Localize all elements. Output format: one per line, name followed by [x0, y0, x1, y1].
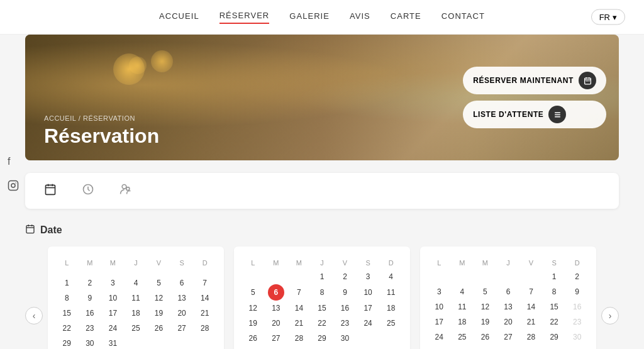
day-cell[interactable]: 28 — [287, 331, 311, 346]
nav-avis[interactable]: AVIS — [350, 11, 370, 23]
day-cell[interactable]: 2 — [565, 269, 589, 284]
day-cell[interactable]: 10 — [428, 299, 451, 314]
day-cell[interactable]: 1 — [55, 275, 79, 291]
day-cell[interactable]: 26 — [242, 331, 265, 346]
day-cell[interactable]: 18 — [451, 314, 474, 330]
day-cell[interactable]: 7 — [287, 284, 311, 301]
day-cell[interactable]: 16 — [79, 306, 102, 321]
day-cell[interactable]: 8 — [311, 284, 334, 301]
day-cell[interactable]: 7 — [519, 284, 543, 299]
day-cell[interactable]: 29 — [543, 330, 566, 345]
day-cell[interactable]: 1 — [543, 269, 566, 284]
day-cell[interactable]: 24 — [357, 316, 380, 331]
day-cell[interactable]: 4 — [451, 284, 474, 299]
today-cell[interactable]: 6 — [265, 284, 288, 301]
day-cell[interactable]: 25 — [125, 321, 148, 336]
day-cell[interactable]: 14 — [519, 299, 543, 314]
day-cell[interactable]: 22 — [543, 314, 566, 330]
day-cell[interactable]: 22 — [311, 316, 334, 331]
day-cell[interactable]: 25 — [379, 316, 402, 331]
day-cell[interactable]: 27 — [497, 330, 520, 345]
day-cell[interactable]: 8 — [543, 284, 566, 299]
day-cell[interactable]: 2 — [333, 269, 357, 284]
nav-accueil[interactable]: ACCUEIL — [159, 11, 199, 23]
step-time[interactable] — [82, 183, 94, 199]
day-cell[interactable]: 13 — [497, 299, 520, 314]
step-date[interactable] — [44, 183, 57, 199]
day-cell[interactable]: 24 — [101, 321, 125, 336]
day-cell[interactable]: 10 — [101, 291, 125, 306]
day-cell[interactable]: 27 — [170, 321, 194, 336]
day-cell[interactable]: 1 — [311, 269, 334, 284]
nav-reserver[interactable]: RÉSERVER — [219, 11, 270, 24]
day-cell[interactable]: 30 — [333, 331, 357, 346]
day-cell[interactable]: 20 — [170, 306, 194, 321]
day-cell[interactable]: 3 — [101, 275, 125, 291]
day-cell[interactable]: 14 — [287, 301, 311, 316]
day-cell[interactable]: 17 — [101, 306, 125, 321]
day-cell[interactable]: 26 — [147, 321, 170, 336]
day-cell[interactable]: 18 — [379, 301, 402, 316]
day-cell[interactable]: 17 — [428, 314, 451, 330]
day-cell[interactable]: 29 — [311, 331, 334, 346]
day-cell[interactable]: 20 — [497, 314, 520, 330]
day-cell[interactable]: 21 — [287, 316, 311, 331]
day-cell[interactable]: 31 — [101, 336, 125, 349]
day-cell[interactable]: 13 — [265, 301, 288, 316]
day-cell[interactable]: 31 — [428, 345, 451, 349]
day-cell[interactable]: 14 — [193, 291, 216, 306]
day-cell[interactable]: 27 — [265, 331, 288, 346]
day-cell[interactable]: 19 — [147, 306, 170, 321]
day-cell[interactable]: 13 — [170, 291, 194, 306]
day-cell[interactable]: 23 — [565, 314, 589, 330]
day-cell[interactable]: 3 — [357, 269, 380, 284]
day-cell[interactable]: 12 — [474, 299, 497, 314]
prev-month-button[interactable]: ‹ — [25, 307, 43, 324]
day-cell[interactable]: 5 — [474, 284, 497, 299]
day-cell[interactable]: 9 — [79, 291, 102, 306]
day-cell[interactable]: 15 — [311, 301, 334, 316]
day-cell[interactable]: 18 — [125, 306, 148, 321]
day-cell[interactable]: 11 — [379, 284, 402, 301]
day-cell[interactable]: 28 — [193, 321, 216, 336]
step-guests[interactable] — [119, 183, 132, 199]
day-cell[interactable]: 9 — [333, 284, 357, 301]
day-cell[interactable]: 10 — [357, 284, 380, 301]
day-cell[interactable]: 21 — [519, 314, 543, 330]
day-cell[interactable]: 3 — [428, 284, 451, 299]
day-cell[interactable]: 7 — [193, 275, 216, 291]
nav-contact[interactable]: CONTACT — [441, 11, 485, 23]
day-cell[interactable]: 30 — [565, 330, 589, 345]
day-cell[interactable]: 4 — [125, 275, 148, 291]
day-cell[interactable]: 6 — [170, 275, 194, 291]
day-cell[interactable]: 17 — [357, 301, 380, 316]
day-cell[interactable]: 21 — [193, 306, 216, 321]
day-cell[interactable]: 5 — [147, 275, 170, 291]
next-month-button[interactable]: › — [601, 307, 619, 324]
waitlist-button[interactable]: LISTE D'ATTENTE — [463, 101, 606, 128]
day-cell[interactable]: 16 — [333, 301, 357, 316]
day-cell[interactable]: 24 — [428, 330, 451, 345]
day-cell[interactable]: 6 — [497, 284, 520, 299]
day-cell[interactable]: 20 — [265, 316, 288, 331]
day-cell[interactable]: 15 — [55, 306, 79, 321]
facebook-icon[interactable]: f — [8, 156, 19, 167]
day-cell[interactable]: 12 — [147, 291, 170, 306]
day-cell[interactable]: 5 — [242, 284, 265, 301]
day-cell[interactable]: 23 — [333, 316, 357, 331]
day-cell[interactable]: 25 — [451, 330, 474, 345]
day-cell[interactable]: 19 — [242, 316, 265, 331]
day-cell[interactable]: 22 — [55, 321, 79, 336]
reserve-now-button[interactable]: RÉSERVER MAINTENANT — [463, 67, 606, 94]
day-cell[interactable]: 29 — [55, 336, 79, 349]
day-cell[interactable]: 30 — [79, 336, 102, 349]
day-cell[interactable]: 15 — [543, 299, 566, 314]
day-cell[interactable]: 28 — [519, 330, 543, 345]
day-cell[interactable]: 19 — [474, 314, 497, 330]
day-cell[interactable]: 4 — [379, 269, 402, 284]
day-cell[interactable]: 12 — [242, 301, 265, 316]
day-cell[interactable]: 11 — [451, 299, 474, 314]
day-cell[interactable]: 2 — [79, 275, 102, 291]
nav-galerie[interactable]: GALERIE — [289, 11, 330, 23]
language-selector[interactable]: FR ▾ — [591, 9, 625, 25]
